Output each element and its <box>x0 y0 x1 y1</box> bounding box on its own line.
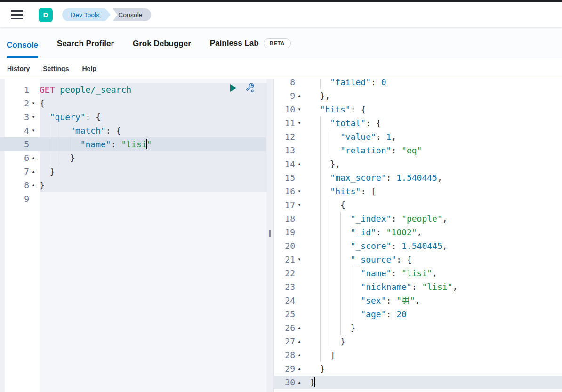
code-token: : { <box>106 126 121 136</box>
fold-toggle-icon[interactable]: ▾ <box>29 96 38 110</box>
fold-toggle-icon[interactable]: ▴ <box>29 165 38 178</box>
code-line[interactable]: 1GET people/_search <box>0 83 266 96</box>
fold-toggle-icon[interactable]: ▾ <box>295 116 304 130</box>
response-viewer[interactable]: 8"failed": 09▴},10▾"hits": {11▾"total": … <box>274 79 562 392</box>
code-line[interactable]: 9▴}, <box>274 89 562 103</box>
code-content: "nickname": "lisi", <box>310 280 562 294</box>
code-line[interactable]: 5"name": "lisi" <box>0 137 266 151</box>
fold-toggle-icon[interactable]: ▴ <box>295 89 304 103</box>
gutter-cell: 25 <box>274 307 310 321</box>
fold-toggle-icon[interactable]: ▾ <box>295 184 304 198</box>
fold-toggle-icon[interactable]: ▴ <box>295 362 304 376</box>
indent-guide <box>330 266 330 280</box>
code-token: "failed" <box>330 79 371 87</box>
indent-guide <box>340 266 341 280</box>
request-options-icon[interactable] <box>244 83 255 93</box>
code-content: } <box>310 362 562 376</box>
indent-guide <box>320 335 321 348</box>
code-line[interactable]: 20"_score": 1.540445, <box>274 239 562 253</box>
fold-toggle-icon[interactable]: ▾ <box>29 124 38 137</box>
fold-toggle-icon[interactable]: ▴ <box>295 321 304 335</box>
code-token: "name" <box>80 139 111 149</box>
menu-item-settings[interactable]: Settings <box>43 65 69 72</box>
indent-guide <box>320 171 321 184</box>
indent-guide <box>330 321 330 335</box>
code-token: 1 <box>386 132 392 142</box>
code-line[interactable]: 26▴} <box>274 321 562 335</box>
code-line[interactable]: 15"max_score": 1.540445, <box>274 171 562 184</box>
indent-guide <box>351 266 351 280</box>
fold-toggle-icon[interactable]: ▴ <box>295 348 304 362</box>
code-line[interactable]: 10▾"hits": { <box>274 103 562 116</box>
code-line[interactable]: 16▾"hits": [ <box>274 184 562 198</box>
tab-painless-lab[interactable]: Painless LabBETA <box>210 38 291 58</box>
code-line[interactable]: 7▴} <box>0 165 266 178</box>
fold-toggle-icon[interactable]: ▴ <box>29 151 38 165</box>
gutter-cell: 8▴ <box>0 178 40 192</box>
code-line[interactable]: 3▾"query": { <box>0 110 266 124</box>
menu-item-help[interactable]: Help <box>82 65 96 72</box>
code-content: "max_score": 1.540445, <box>310 171 562 184</box>
code-line[interactable]: 21▾"_source": { <box>274 253 562 266</box>
code-line[interactable]: 18"_index": "people", <box>274 212 562 225</box>
breadcrumb-dev-tools[interactable]: Dev Tools <box>62 8 111 21</box>
fold-toggle-icon[interactable]: ▾ <box>295 198 304 212</box>
menu-item-history[interactable]: History <box>7 65 30 72</box>
code-line[interactable]: 2▾{ <box>0 96 266 110</box>
indent-guide <box>320 307 321 321</box>
code-line[interactable]: 28▴] <box>274 348 562 362</box>
code-content: "age": 20 <box>310 307 562 321</box>
code-line[interactable]: 11▾"total": { <box>274 116 562 130</box>
request-editor[interactable]: 1GET people/_search2▾{3▾"query": {4▾"mat… <box>0 79 266 392</box>
tab-grok-debugger[interactable]: Grok Debugger <box>133 39 191 58</box>
panel-resizer[interactable]: ‖ <box>266 79 274 392</box>
indent-guide <box>320 116 321 130</box>
code-line[interactable]: 8"failed": 0 <box>274 79 562 89</box>
fold-toggle-icon[interactable]: ▾ <box>295 103 304 116</box>
code-token: 1.540445 <box>396 173 437 183</box>
gutter-cell: 2▾ <box>0 96 40 110</box>
fold-toggle-icon[interactable]: ▴ <box>295 335 304 348</box>
gutter-cell: 1 <box>0 83 40 96</box>
code-content: "query": { <box>40 110 266 124</box>
code-line[interactable]: 27▴} <box>274 335 562 348</box>
code-line[interactable]: 6▴} <box>0 151 266 165</box>
tab-search-profiler[interactable]: Search Profiler <box>57 39 114 58</box>
code-line[interactable]: 24"sex": "男", <box>274 294 562 307</box>
indent-guide <box>320 184 321 198</box>
code-line[interactable]: 19"_id": "1002", <box>274 225 562 239</box>
code-line[interactable]: 4▾"match": { <box>0 124 266 137</box>
fold-toggle-icon[interactable]: ▴ <box>295 157 304 171</box>
fold-toggle-icon[interactable]: ▴ <box>29 178 38 192</box>
fold-toggle-icon[interactable]: ▴ <box>295 376 304 389</box>
fold-toggle-icon[interactable]: ▾ <box>29 110 38 124</box>
hamburger-menu-icon[interactable] <box>8 7 26 24</box>
resizer-handle-icon: ‖ <box>268 229 272 237</box>
code-line[interactable]: 25"age": 20 <box>274 307 562 321</box>
indent-guide <box>320 212 321 225</box>
code-line[interactable]: 9 <box>0 192 266 206</box>
code-line[interactable]: 17▾{ <box>274 198 562 212</box>
gutter-cell: 22 <box>274 266 310 280</box>
code-content: "name": "lisi" <box>40 137 266 151</box>
fold-toggle-icon[interactable]: ▾ <box>295 253 304 266</box>
code-line[interactable]: 14▴}, <box>274 157 562 171</box>
code-token: : { <box>351 104 366 114</box>
send-request-icon[interactable] <box>228 83 239 93</box>
space-avatar[interactable]: D <box>39 8 53 22</box>
code-line[interactable]: 30▴} <box>274 376 562 389</box>
tab-console[interactable]: Console <box>7 40 38 58</box>
code-line[interactable]: 13"relation": "eq" <box>274 144 562 157</box>
code-line[interactable]: 22"name": "lisi", <box>274 266 562 280</box>
indent-guide <box>330 225 330 239</box>
line-number: 19 <box>274 225 295 239</box>
code-line[interactable]: 29▴} <box>274 362 562 376</box>
code-content: } <box>310 376 562 389</box>
line-number: 23 <box>274 280 295 294</box>
code-line[interactable]: 12"value": 1, <box>274 130 562 144</box>
code-line[interactable]: 23"nickname": "lisi", <box>274 280 562 294</box>
code-line[interactable]: 8▴} <box>0 178 266 192</box>
indent-guide <box>320 294 321 307</box>
fold-spacer <box>295 171 304 184</box>
indent-guide <box>330 253 330 266</box>
